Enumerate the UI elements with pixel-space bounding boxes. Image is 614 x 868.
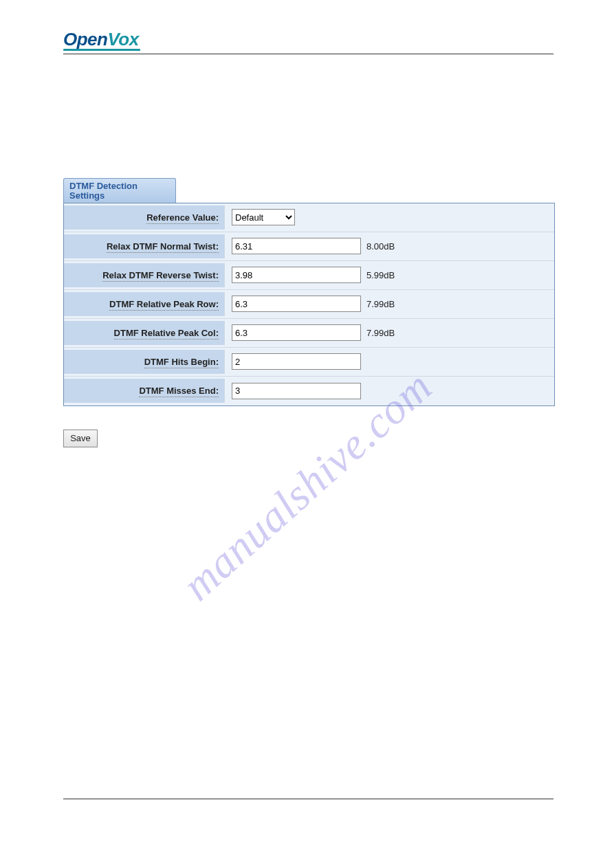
reference-value-select[interactable]: Default [232, 209, 295, 225]
header-rule: OpenVox [63, 29, 553, 54]
relative-peak-row-suffix: 7.99dB [366, 299, 395, 309]
label-reference-value: Reference Value: [64, 205, 225, 230]
value-relax-reverse-twist: 5.99dB [225, 263, 554, 287]
relative-peak-row-input[interactable] [232, 296, 361, 312]
row-misses-end: DTMF Misses End: [64, 377, 554, 405]
row-relative-peak-col: DTMF Relative Peak Col: 7.99dB [64, 319, 554, 348]
relative-peak-col-input[interactable] [232, 324, 361, 341]
label-relax-reverse-twist: Relax DTMF Reverse Twist: [64, 263, 225, 287]
relative-peak-col-suffix: 7.99dB [366, 328, 395, 338]
logo-part-vox: Vox [107, 29, 138, 49]
value-misses-end [225, 379, 554, 403]
row-relax-reverse-twist: Relax DTMF Reverse Twist: 5.99dB [64, 261, 554, 290]
settings-panel: Reference Value: Default Relax DTMF Norm… [63, 203, 555, 406]
row-relax-normal-twist: Relax DTMF Normal Twist: 8.00dB [64, 232, 554, 261]
row-reference-value: Reference Value: Default [64, 203, 554, 232]
label-hits-begin: DTMF Hits Begin: [64, 350, 225, 374]
label-relax-normal-twist: Relax DTMF Normal Twist: [64, 234, 225, 258]
misses-end-input[interactable] [232, 383, 361, 399]
relax-reverse-twist-input[interactable] [232, 267, 361, 283]
row-hits-begin: DTMF Hits Begin: [64, 348, 554, 377]
logo: OpenVox [63, 29, 553, 50]
tab-title: DTMF Detection Settings [69, 181, 138, 201]
row-relative-peak-row: DTMF Relative Peak Row: 7.99dB [64, 290, 554, 319]
value-relative-peak-row: 7.99dB [225, 291, 554, 316]
relax-normal-twist-suffix: 8.00dB [366, 241, 395, 252]
label-relative-peak-row: DTMF Relative Peak Row: [64, 292, 225, 316]
save-button[interactable]: Save [63, 430, 98, 447]
value-relative-peak-col: 7.99dB [225, 320, 554, 345]
relax-normal-twist-input[interactable] [232, 238, 361, 254]
logo-part-open: Open [63, 29, 107, 49]
label-misses-end: DTMF Misses End: [64, 379, 225, 403]
footer-rule [63, 799, 553, 799]
label-relative-peak-col: DTMF Relative Peak Col: [64, 321, 225, 345]
value-reference-value: Default [225, 205, 554, 230]
value-hits-begin [225, 349, 554, 374]
relax-reverse-twist-suffix: 5.99dB [366, 270, 395, 280]
hits-begin-input[interactable] [232, 353, 361, 370]
value-relax-normal-twist: 8.00dB [225, 234, 554, 258]
settings-tab[interactable]: DTMF Detection Settings [63, 178, 176, 203]
